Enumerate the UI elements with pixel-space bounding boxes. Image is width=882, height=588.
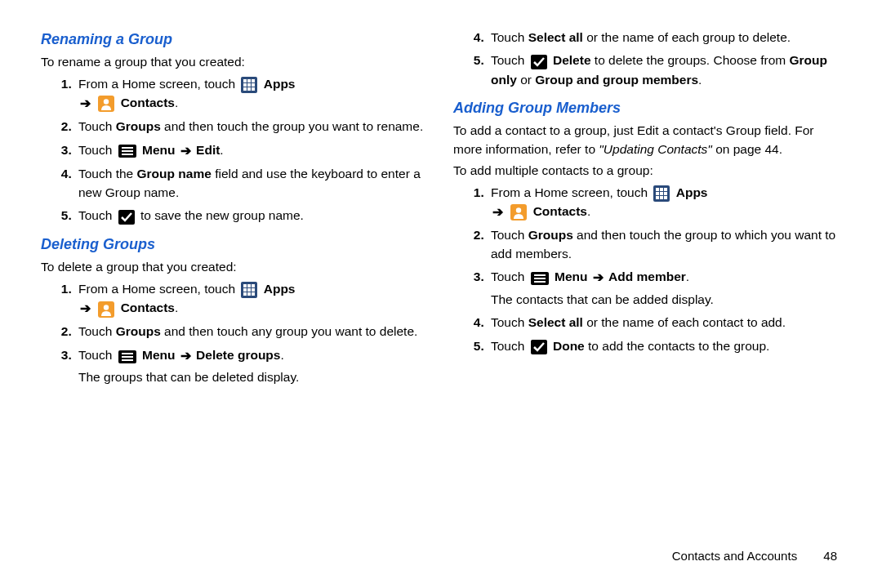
list-item: Touch Menu ➔ Delete groups. The groups t… [75,346,425,387]
svg-rect-7 [243,87,247,91]
list-item: Touch the Group name field and use the k… [75,165,425,202]
arrow-icon: ➔ [80,299,91,318]
delete-groups-label: Delete groups [196,348,280,362]
intro-adding-2: To add multiple contacts to a group: [453,162,837,180]
menu-label: Menu [142,348,175,362]
step-text: Touch [491,228,528,242]
add-member-label: Add member [608,270,686,283]
step-text: and then touch any group you want to del… [161,324,418,338]
done-label: Done [553,339,585,353]
svg-rect-23 [252,288,255,292]
select-all-label: Select all [528,30,583,44]
svg-rect-21 [243,288,247,292]
period: . [175,301,178,314]
svg-rect-1 [243,79,247,82]
svg-rect-2 [247,79,251,82]
menu-icon [531,269,549,287]
contacts-label: Contacts [121,96,175,109]
list-item: Touch Select all or the name of each gro… [488,29,837,47]
list-item: From a Home screen, touch Apps ➔ Contact… [75,280,425,318]
step-text: Touch [78,324,116,338]
period: . [587,204,590,218]
list-item: Touch Done to add the contacts to the gr… [488,337,837,356]
svg-rect-22 [247,288,251,292]
list-item: Touch to save the new group name. [75,207,425,225]
period: . [220,143,223,157]
select-all-label: Select all [528,315,583,329]
step-text: and then touch the group you want to ren… [161,119,423,133]
step-text: Touch [78,119,116,133]
step-text: Touch [78,208,116,222]
apps-icon [241,280,257,298]
svg-rect-14 [122,150,133,152]
steps-deleting-cont: Touch Select all or the name of each gro… [453,29,837,89]
page-number: 48 [823,549,837,563]
step-text: Touch [491,315,528,329]
menu-label: Menu [142,143,175,157]
svg-rect-19 [247,284,251,287]
svg-rect-18 [243,284,247,287]
groups-label: Groups [116,119,161,133]
menu-icon [118,347,136,365]
step-text: Touch [491,30,528,44]
step-text: to save the new group name. [140,208,304,222]
heading-adding: Adding Group Members [453,97,837,118]
step-text: From a Home screen, touch [78,282,238,296]
step-text: From a Home screen, touch [491,185,651,199]
steps-renaming: From a Home screen, touch Apps ➔ Contact… [41,75,425,226]
contacts-label: Contacts [121,301,175,314]
step-text: Touch the [78,167,137,180]
apps-label: Apps [264,77,296,91]
apps-label: Apps [264,282,296,296]
svg-point-45 [516,208,521,213]
svg-rect-25 [247,292,251,296]
check-icon [118,207,135,225]
svg-rect-36 [660,188,663,191]
svg-rect-26 [252,292,255,296]
menu-icon [118,141,136,159]
contacts-icon [98,94,114,112]
svg-rect-35 [656,188,659,191]
period: . [280,348,283,362]
list-item: From a Home screen, touch Apps ➔ Contact… [488,184,837,222]
groupname-label: Group name [137,167,212,180]
svg-rect-4 [243,83,247,87]
list-item: Touch Groups and then touch the group to… [488,226,837,263]
svg-point-11 [104,100,109,105]
apps-label: Apps [676,185,708,199]
step-text: to add the contacts to the group. [585,339,770,353]
right-column: Touch Select all or the name of each gro… [453,29,837,395]
apps-icon [241,75,257,93]
svg-rect-41 [656,196,659,199]
left-column: Renaming a Group To rename a group that … [41,29,425,395]
list-item: From a Home screen, touch Apps ➔ Contact… [75,75,425,114]
arrow-icon: ➔ [180,346,191,365]
heading-deleting: Deleting Groups [41,234,425,255]
intro-text: on page 44. [712,142,782,156]
list-item: Touch Groups and then touch any group yo… [75,323,425,341]
check-icon [531,337,547,355]
step-text: Touch [78,348,116,362]
step-text: From a Home screen, touch [78,77,238,91]
step-text: Touch [491,270,528,283]
contacts-icon [510,203,527,220]
svg-rect-13 [122,147,133,149]
svg-rect-20 [252,284,255,287]
arrow-icon: ➔ [593,268,604,287]
svg-rect-37 [664,188,667,191]
steps-deleting: From a Home screen, touch Apps ➔ Contact… [41,280,425,387]
contacts-label: Contacts [533,204,587,218]
period: . [686,270,689,283]
svg-rect-9 [252,87,255,91]
step-text: or [517,73,535,87]
svg-rect-39 [660,192,663,195]
step-text: or the name of each group to delete. [583,30,791,44]
page-footer: Contacts and Accounts 48 [672,547,837,565]
svg-rect-43 [664,196,667,199]
footer-section: Contacts and Accounts [672,549,797,563]
steps-adding: From a Home screen, touch Apps ➔ Contact… [453,184,837,356]
period: . [175,96,178,109]
list-item: Touch Delete to delete the groups. Choos… [488,51,837,89]
groups-label: Groups [528,228,573,242]
svg-rect-40 [664,192,667,195]
